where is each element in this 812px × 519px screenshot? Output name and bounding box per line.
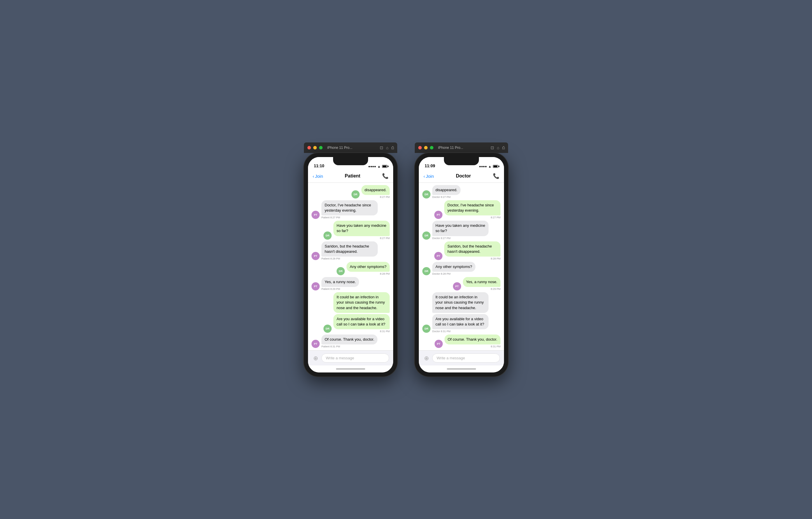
message-meta: 8:27 PM — [491, 216, 500, 219]
table-row: Of course. Thank you, doctor. 8:31 PM PT — [422, 334, 500, 348]
back-label-right: Join — [426, 174, 434, 179]
screenshot-icon-right[interactable]: ⊡ — [491, 145, 494, 150]
input-bar-left: ⊕ Write a message — [308, 350, 393, 365]
message-block: Saridon, but the headache hasn't disappe… — [444, 241, 500, 260]
chevron-left-icon-right: ‹ — [424, 174, 425, 179]
table-row: disappeared. 8:27 PM DR — [312, 185, 390, 198]
signal-icon-right: ●●●● — [479, 165, 487, 168]
titlebar-left: iPhone 11 Pro... ⊡ ⌂ ⎙ — [304, 142, 397, 153]
message-meta: Doctor 8:27 PM — [432, 196, 461, 198]
home-icon[interactable]: ⌂ — [386, 145, 388, 150]
status-icons-left: ●●●● ▲ — [368, 165, 387, 168]
phone-call-button-left[interactable]: 📞 — [382, 173, 388, 179]
table-row: DR disappeared. Doctor 8:27 PM — [422, 185, 500, 198]
message-input-placeholder-right: Write a message — [437, 356, 465, 360]
message-meta: Doctor 8:28 PM — [432, 272, 475, 275]
status-icons-right: ●●●● ▲ — [479, 165, 498, 168]
message-meta: 8:27 PM — [380, 196, 390, 198]
wifi-icon-right: ▲ — [488, 165, 491, 168]
message-input-left[interactable]: Write a message — [321, 354, 389, 362]
table-row: PT Of course. Thank you, doctor. Patient… — [312, 334, 390, 348]
screenshot-icon[interactable]: ⊡ — [380, 145, 383, 150]
add-attachment-button-right[interactable]: ⊕ — [423, 355, 430, 362]
minimize-button[interactable] — [313, 146, 317, 149]
nav-title-right: Doctor — [456, 173, 471, 179]
nav-bar-left: ‹ Join Patient 📞 — [308, 170, 393, 183]
avatar: PT — [435, 340, 443, 348]
minimize-button-right[interactable] — [424, 146, 428, 149]
message-block: Of course. Thank you, doctor. 8:31 PM — [444, 334, 500, 348]
left-simulator: iPhone 11 Pro... ⊡ ⌂ ⎙ 11:10 ●●●● ▲ — [304, 142, 397, 377]
maximize-button-right[interactable] — [430, 146, 433, 149]
table-row: DR It could be an infection in your sinu… — [422, 292, 500, 333]
message-block: Doctor, I've headache since yesterday ev… — [444, 200, 500, 219]
message-bubble: Saridon, but the headache hasn't disappe… — [321, 241, 378, 256]
message-bubble: It could be an infection in your sinus c… — [432, 292, 489, 313]
message-block: Any other symptoms? 8:28 PM — [347, 262, 390, 275]
input-bar-right: ⊕ Write a message — [419, 350, 504, 365]
simulator-icons-left: ⊡ ⌂ ⎙ — [380, 145, 394, 150]
avatar: DR — [422, 190, 431, 198]
phone-screen-right: 11:09 ●●●● ▲ ‹ Join Doctor 📞 — [419, 157, 504, 373]
message-meta: 8:28 PM — [491, 257, 500, 260]
nav-bar-right: ‹ Join Doctor 📞 — [419, 170, 504, 183]
simulator-icons-right: ⊡ ⌂ ⎙ — [491, 145, 504, 150]
table-row: Have you taken any medicine so far? 8:27… — [312, 221, 390, 239]
table-row: Yes, a runny nose. 8:29 PM PT — [422, 277, 500, 291]
message-bubble: Are you available for a video call so I … — [334, 314, 390, 329]
phone-device-left: 11:10 ●●●● ▲ ‹ Join Patient 📞 — [304, 153, 397, 377]
avatar: PT — [453, 282, 461, 291]
table-row: PT Yes, a runny nose. Patient 8:29 PM — [312, 277, 390, 291]
message-bubble: Any other symptoms? — [432, 262, 475, 272]
right-simulator: iPhone 11 Pro... ⊡ ⌂ ⎙ 11:09 ●●●● ▲ — [415, 142, 508, 377]
back-button-left[interactable]: ‹ Join — [313, 174, 323, 179]
battery-icon-right — [493, 165, 498, 168]
close-button[interactable] — [308, 146, 311, 149]
time-left: 11:10 — [314, 163, 324, 168]
notch-right — [444, 157, 479, 165]
maximize-button[interactable] — [319, 146, 323, 149]
phone-screen-left: 11:10 ●●●● ▲ ‹ Join Patient 📞 — [308, 157, 393, 373]
message-bubble: Have you taken any medicine so far? — [334, 221, 390, 236]
close-button-right[interactable] — [418, 146, 422, 149]
avatar: DR — [323, 325, 331, 333]
message-input-right[interactable]: Write a message — [432, 354, 500, 362]
message-bubble: Yes, a runny nose. — [463, 277, 500, 287]
avatar: PT — [312, 282, 320, 291]
avatar: DR — [422, 231, 431, 240]
message-block: disappeared. Doctor 8:27 PM — [432, 185, 461, 198]
message-bubble: Doctor, I've headache since yesterday ev… — [444, 200, 500, 215]
share-icon[interactable]: ⎙ — [392, 145, 394, 150]
message-bubble: Saridon, but the headache hasn't disappe… — [444, 241, 500, 256]
time-right: 11:09 — [425, 163, 435, 168]
message-bubble: Have you taken any medicine so far? — [432, 221, 489, 236]
phone-call-button-right[interactable]: 📞 — [493, 173, 499, 179]
message-block: Have you taken any medicine so far? 8:27… — [334, 221, 390, 239]
message-block: Yes, a runny nose. Patient 8:29 PM — [321, 277, 359, 291]
message-block: Have you taken any medicine so far? Doct… — [432, 221, 489, 239]
message-bubble: Of course. Thank you, doctor. — [321, 334, 377, 345]
message-block: disappeared. 8:27 PM — [361, 185, 390, 198]
avatar: DR — [351, 190, 359, 198]
avatar: DR — [337, 267, 345, 275]
avatar: PT — [434, 211, 442, 219]
message-bubble: disappeared. — [432, 185, 461, 195]
message-bubble: Are you available for a video call so I … — [432, 314, 489, 329]
home-indicator-right — [419, 365, 504, 373]
share-icon-right[interactable]: ⎙ — [502, 145, 504, 150]
add-attachment-button-left[interactable]: ⊕ — [312, 355, 319, 362]
home-indicator-left — [308, 365, 393, 373]
avatar: PT — [312, 211, 320, 219]
message-meta: Patient 8:31 PM — [321, 345, 377, 348]
table-row: DR Any other symptoms? Doctor 8:28 PM — [422, 262, 500, 275]
home-icon-right[interactable]: ⌂ — [497, 145, 499, 150]
message-input-placeholder-left: Write a message — [326, 356, 354, 360]
back-button-right[interactable]: ‹ Join — [424, 174, 434, 179]
wifi-icon: ▲ — [377, 165, 381, 168]
phone-device-right: 11:09 ●●●● ▲ ‹ Join Doctor 📞 — [415, 153, 508, 377]
message-meta: 8:27 PM — [380, 237, 390, 240]
message-bubble: It could be an infection in your sinus c… — [334, 292, 390, 313]
message-bubble: Any other symptoms? — [347, 262, 390, 272]
message-meta: 8:28 PM — [380, 272, 390, 275]
message-meta: Patient 8:29 PM — [321, 288, 359, 291]
